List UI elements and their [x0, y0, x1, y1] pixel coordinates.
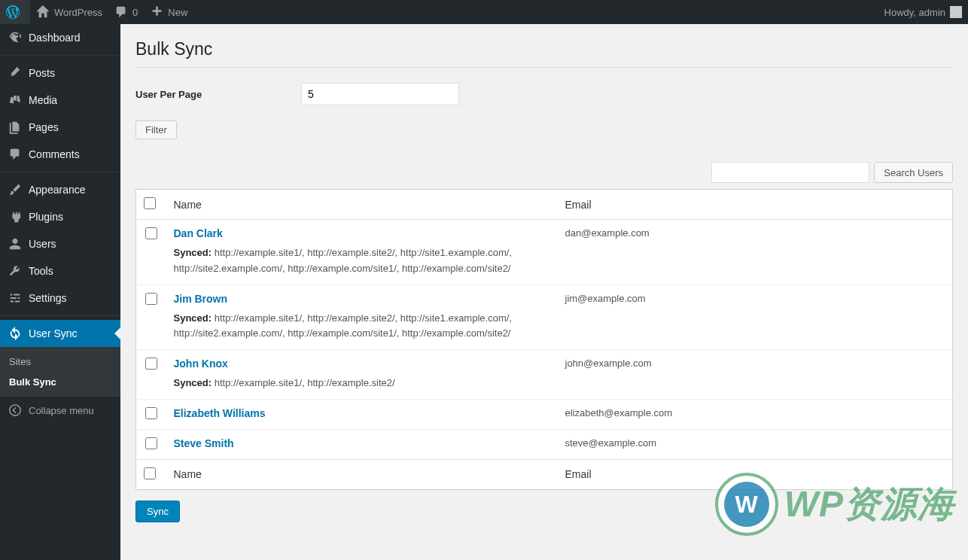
new-content-link[interactable]: New: [144, 0, 193, 24]
sidebar-label: Appearance: [29, 184, 86, 196]
sidebar-label: Settings: [29, 292, 67, 304]
sidebar-item-settings[interactable]: Settings: [0, 285, 120, 312]
table-row: Elizabeth Williamselizabeth@example.com: [136, 399, 953, 429]
sidebar-item-pages[interactable]: Pages: [0, 114, 120, 141]
pages-icon: [8, 120, 23, 135]
admin-bar: WordPress 0 New Howdy, admin: [0, 0, 968, 24]
synced-urls: http://example.site1/, http://example.si…: [174, 247, 512, 274]
row-check-cell: [136, 350, 166, 400]
select-all-checkbox-top[interactable]: [144, 197, 156, 209]
row-check-cell: [136, 429, 166, 459]
row-check-cell: [136, 285, 166, 350]
sidebar-label: Users: [29, 238, 56, 250]
comment-icon: [114, 5, 128, 19]
row-name-cell: Steve Smith: [166, 429, 558, 459]
svg-point-0: [10, 405, 20, 415]
name-header[interactable]: Name: [166, 190, 558, 220]
wp-logo-menu[interactable]: [0, 0, 30, 24]
submenu-usersync: Sites Bulk Sync: [0, 347, 120, 397]
title-divider: [135, 67, 953, 68]
submenu-item-bulksync[interactable]: Bulk Sync: [0, 372, 120, 392]
user-name-link[interactable]: Elizabeth Williams: [174, 407, 266, 419]
row-email-cell: dan@example.com: [558, 220, 953, 285]
comment-icon: [8, 147, 23, 162]
sync-icon: [8, 326, 23, 341]
table-row: Dan ClarkSynced: http://example.site1/, …: [136, 220, 953, 285]
my-account-link[interactable]: Howdy, admin: [878, 0, 968, 24]
comment-count: 0: [132, 7, 138, 18]
synced-label: Synced:: [174, 377, 215, 388]
sidebar-item-tools[interactable]: Tools: [0, 257, 120, 285]
name-footer[interactable]: Name: [166, 459, 558, 489]
users-table: Name Email Dan ClarkSynced: http://examp…: [135, 189, 953, 490]
row-checkbox[interactable]: [145, 227, 157, 239]
collapse-menu[interactable]: Collapse menu: [0, 397, 120, 424]
row-checkbox[interactable]: [145, 293, 157, 305]
sidebar-item-users[interactable]: Users: [0, 230, 120, 257]
table-row: John KnoxSynced: http://example.site1/, …: [136, 350, 953, 400]
per-page-row: User Per Page: [135, 83, 953, 105]
sliders-icon: [8, 291, 23, 306]
sidebar-item-appearance[interactable]: Appearance: [0, 176, 120, 203]
collapse-label: Collapse menu: [29, 405, 94, 416]
email-footer[interactable]: Email: [558, 459, 953, 489]
table-row: Jim BrownSynced: http://example.site1/, …: [136, 285, 953, 350]
synced-label: Synced:: [174, 312, 215, 324]
search-input[interactable]: [711, 162, 869, 183]
sidebar-label: Media: [29, 94, 57, 106]
sidebar-item-posts[interactable]: Posts: [0, 59, 120, 87]
email-header[interactable]: Email: [558, 190, 953, 220]
site-name-link[interactable]: WordPress: [30, 0, 108, 24]
row-check-cell: [136, 220, 166, 285]
synced-urls: http://example.site1/, http://example.si…: [174, 312, 512, 339]
synced-info: Synced: http://example.site1/, http://ex…: [174, 311, 550, 342]
filter-button[interactable]: Filter: [135, 120, 177, 139]
submenu-item-sites[interactable]: Sites: [0, 352, 120, 372]
row-checkbox[interactable]: [145, 437, 157, 449]
user-name-link[interactable]: Jim Brown: [174, 293, 228, 305]
select-all-checkbox-bottom[interactable]: [144, 467, 156, 479]
brush-icon: [8, 182, 23, 197]
row-name-cell: John KnoxSynced: http://example.site1/, …: [166, 350, 558, 400]
row-email-cell: jim@example.com: [558, 285, 953, 350]
comments-link[interactable]: 0: [108, 0, 144, 24]
sidebar-item-dashboard[interactable]: Dashboard: [0, 24, 120, 51]
synced-info: Synced: http://example.site1/, http://ex…: [174, 245, 550, 277]
sidebar-item-media[interactable]: Media: [0, 87, 120, 114]
user-name-link[interactable]: Dan Clark: [174, 227, 223, 239]
sidebar-label: Plugins: [29, 211, 63, 223]
per-page-input[interactable]: [301, 83, 459, 105]
table-row: Steve Smithsteve@example.com: [136, 429, 953, 459]
pin-icon: [8, 65, 23, 81]
sidebar-item-plugins[interactable]: Plugins: [0, 203, 120, 230]
wrench-icon: [8, 263, 23, 278]
home-icon: [36, 5, 50, 19]
sidebar-item-usersync[interactable]: User Sync: [0, 320, 120, 347]
search-users-button[interactable]: Search Users: [874, 162, 953, 183]
avatar: [950, 6, 962, 18]
sidebar-label: Posts: [29, 67, 55, 79]
sidebar-label: Tools: [29, 265, 53, 277]
sidebar-label: Dashboard: [29, 32, 81, 44]
sidebar-item-comments[interactable]: Comments: [0, 141, 120, 168]
row-email-cell: steve@example.com: [558, 429, 953, 459]
site-name-label: WordPress: [54, 7, 102, 18]
media-icon: [8, 93, 23, 108]
main-content: Bulk Sync User Per Page Filter Search Us…: [120, 24, 968, 537]
user-name-link[interactable]: John Knox: [174, 358, 228, 370]
plug-icon: [8, 209, 23, 224]
sidebar-label: Pages: [29, 121, 59, 133]
select-all-header: [136, 190, 166, 220]
sidebar-label: User Sync: [29, 327, 78, 339]
row-checkbox[interactable]: [145, 358, 157, 370]
search-row: Search Users: [135, 162, 953, 183]
row-name-cell: Jim BrownSynced: http://example.site1/, …: [166, 285, 558, 350]
howdy-label: Howdy, admin: [884, 7, 945, 18]
synced-label: Synced:: [174, 247, 215, 258]
per-page-label: User Per Page: [135, 89, 301, 100]
admin-sidebar: Dashboard Posts Media Pages Comments App…: [0, 24, 120, 537]
row-checkbox[interactable]: [145, 407, 157, 419]
row-name-cell: Elizabeth Williams: [166, 399, 558, 429]
user-name-link[interactable]: Steve Smith: [174, 437, 234, 449]
sync-button[interactable]: Sync: [135, 501, 180, 522]
